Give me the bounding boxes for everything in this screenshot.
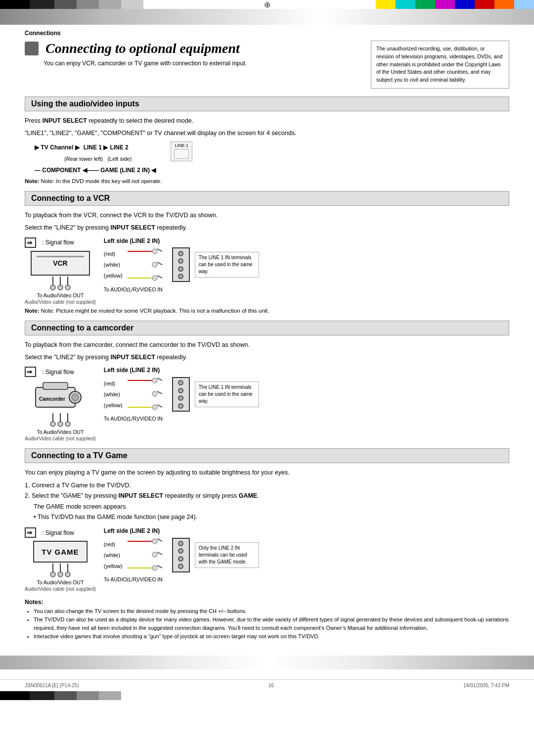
- svg-point-29: [152, 391, 157, 396]
- vcr-left-side-title: Left side (LINE 2 IN): [104, 237, 160, 244]
- color-swatch-black2: [30, 0, 54, 9]
- camcorder-device-box: Camcorder: [33, 380, 88, 412]
- section1-body2: "LINE1", "LINE2", "GAME", "COMPONENT" or…: [25, 129, 509, 138]
- svg-line-48: [157, 552, 162, 555]
- jack-red: [178, 251, 183, 256]
- cam-color-labels: (red) (white) (yellow): [104, 380, 123, 408]
- color-swatch-gray1: [54, 0, 77, 9]
- vcr-diagram: ⇒ : Signal flow VCR: [25, 237, 509, 305]
- color-swatch-gray3: [99, 0, 121, 9]
- svg-point-38: [58, 572, 63, 577]
- bottom-color-bar: [0, 691, 534, 700]
- camcorder-signal-flow: ⇒ : Signal flow: [25, 367, 74, 377]
- camcorder-diagram-left: ⇒ : Signal flow: [25, 367, 96, 441]
- color-swatch-blue: [455, 0, 475, 9]
- bottom-swatch-black1: [0, 691, 30, 700]
- bottom-swatch-black2: [30, 691, 54, 700]
- tvgame-jack-red: [178, 541, 183, 546]
- svg-point-46: [152, 566, 157, 570]
- tvgame-diagram: ⇒ : Signal flow TV GAME: [25, 527, 509, 592]
- tvgame-jack-white: [178, 548, 183, 554]
- section4-header: Connecting to a TV Game: [25, 448, 509, 463]
- cam-jack-yellow: [178, 395, 183, 401]
- svg-point-5: [65, 285, 70, 290]
- line1-indicator: LINE 1: [171, 142, 192, 161]
- jack-white: [178, 258, 183, 264]
- title-left-col: Connecting to optional equipment You can…: [25, 41, 361, 68]
- vcr-to-audio: To AUDIO(L/R)/VIDEO IN: [104, 286, 163, 292]
- svg-point-44: [152, 552, 157, 557]
- color-swatch-yellow: [376, 0, 396, 9]
- section4-body-intro: You can enjoy playing a TV game on the s…: [25, 468, 509, 477]
- title-subtitle: You can enjoy VCR, camcorder or TV game …: [44, 59, 361, 68]
- color-swatch-red: [475, 0, 494, 9]
- header-gradient-bar: [0, 9, 534, 25]
- vcr-cable-label: To Audio/Video OUT: [37, 292, 84, 298]
- tvgame-cable-note: Audio/Video cable (not supplied): [25, 586, 96, 592]
- tvgame-connector-block: [172, 538, 190, 572]
- color-swatch-magenta: [435, 0, 455, 9]
- tvgame-signal-flow: ⇒ : Signal flow: [25, 527, 74, 538]
- jack-extra: [178, 274, 183, 279]
- title-section: Connecting to optional equipment You can…: [25, 41, 509, 89]
- svg-point-3: [58, 285, 63, 290]
- footer-center-page: 16: [268, 683, 274, 688]
- color-swatch-cyan: [396, 0, 415, 9]
- cam-jack-extra: [178, 403, 183, 409]
- svg-point-36: [50, 572, 55, 577]
- vcr-color-labels: (red) (white) (yellow): [104, 251, 123, 279]
- section1-note: Note: Note: In the DVD mode this key wil…: [25, 178, 509, 184]
- svg-line-12: [157, 249, 162, 251]
- color-swatch-gray2: [77, 0, 99, 9]
- vcr-connection-diagram: (red) (white) (yellow): [104, 246, 259, 284]
- tvgame-device-box: TV GAME: [33, 541, 88, 563]
- tvgame-left-side-title: Left side (LINE 2 IN): [104, 527, 160, 534]
- page-title: Connecting to optional equipment: [25, 41, 361, 56]
- tvgame-to-audio: To AUDIO(L/R)/VIDEO IN: [104, 576, 163, 582]
- tvgame-line-note: Only the LINE 2 IN terminals can be used…: [195, 542, 259, 568]
- section1-header: Using the audio/video inputs: [25, 96, 509, 111]
- cam-cable-label: To Audio/Video OUT: [37, 429, 84, 435]
- signal-arrow-icon: ⇒: [25, 237, 36, 248]
- svg-point-31: [152, 405, 157, 410]
- svg-point-25: [65, 422, 70, 426]
- section-breadcrumb: Connections: [25, 30, 509, 37]
- note-item-1: You can also change the TV screen to the…: [34, 607, 509, 615]
- vcr-right-panel: Left side (LINE 2 IN) (red) (white) (yel…: [104, 237, 259, 292]
- svg-point-21: [50, 422, 55, 426]
- input-flow-diagram: ▶ TV Channel ▶ LINE 1 ▶ LINE 2 (Rear low…: [35, 142, 156, 176]
- bottom-swatch-gray1: [54, 691, 77, 700]
- svg-line-14: [157, 276, 162, 278]
- page-content: Connections Connecting to optional equip…: [0, 25, 534, 656]
- copyright-box: The unauthorized recording, use, distibu…: [371, 41, 509, 89]
- svg-line-34: [157, 405, 162, 407]
- section3-body1: To playback from the camcorder, connect …: [25, 340, 509, 350]
- color-swatch-orange: [494, 0, 514, 9]
- notes-list: You can also change the TV screen to the…: [25, 607, 509, 641]
- cam-jack-white: [178, 388, 183, 393]
- svg-line-13: [157, 262, 162, 265]
- tvgame-wire-svg: [128, 536, 167, 573]
- section3-body2: Select the "LINE2" by pressing INPUT SEL…: [25, 353, 509, 362]
- footer-gradient-bar: [0, 656, 534, 669]
- camcorder-cables-svg: [48, 413, 73, 428]
- tvgame-jack-extra: [178, 564, 183, 569]
- notes-title: Notes:: [25, 599, 509, 606]
- tvgame-color-labels: (red) (white) (yellow): [104, 541, 123, 569]
- vcr-connector-block: [172, 247, 190, 282]
- cam-jack-red: [178, 380, 183, 385]
- cam-wire-svg: [128, 376, 167, 413]
- color-swatch-ltblue: [514, 0, 534, 9]
- top-color-bar: ⊕: [0, 0, 534, 9]
- color-swatch-gray4: [121, 0, 143, 9]
- cam-to-audio: To AUDIO(L/R)/VIDEO IN: [104, 416, 163, 422]
- svg-text:Camcorder: Camcorder: [39, 396, 65, 402]
- vcr-cables-svg: [48, 277, 73, 291]
- svg-rect-18: [43, 382, 68, 389]
- tvgame-diagram-left: ⇒ : Signal flow TV GAME: [25, 527, 96, 592]
- section2-body1: To playback from the VCR, connect the VC…: [25, 211, 509, 220]
- svg-point-27: [152, 378, 157, 383]
- svg-point-9: [152, 262, 157, 267]
- cam-right-panel: Left side (LINE 2 IN) (red) (white) (yel…: [104, 367, 259, 422]
- signal-arrow-cam-icon: ⇒: [25, 367, 36, 377]
